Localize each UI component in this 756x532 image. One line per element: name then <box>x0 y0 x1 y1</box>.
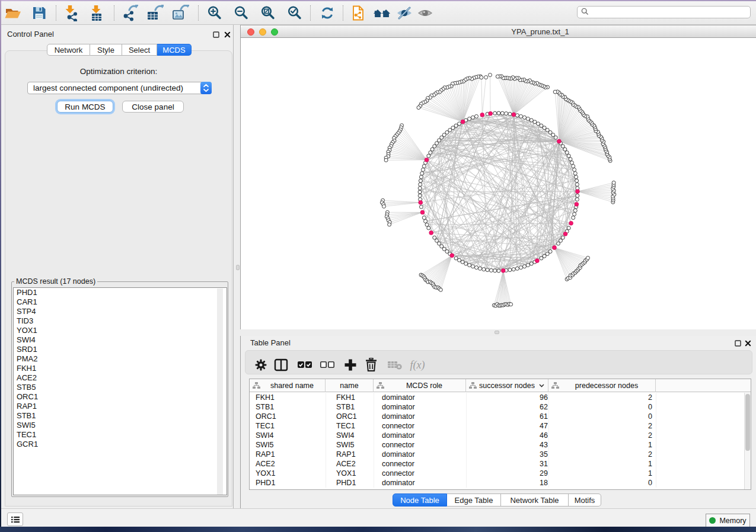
cell-successor_nodes: 96 <box>466 393 548 402</box>
mcds-result-node[interactable]: STB1 <box>14 411 227 421</box>
toolbar-separator <box>198 5 199 21</box>
attribute-type-icon <box>253 382 260 391</box>
table-row-STB1[interactable]: STB1STB1dominator620 <box>250 402 744 412</box>
mcds-result-node[interactable]: ACE2 <box>14 373 227 383</box>
column-header-shared-name[interactable]: shared name <box>250 379 326 392</box>
cell-shared_name: TEC1 <box>256 421 321 431</box>
zoom-out-icon[interactable] <box>232 5 250 21</box>
attribute-type-icon <box>469 382 477 391</box>
mcds-result-list[interactable]: PHD1CAR1STP4TID3YOX1SWI4SRD1PMA2FKH1ACE2… <box>13 287 227 495</box>
column-header-label: successor nodes <box>479 382 535 390</box>
close-panel-icon[interactable] <box>224 31 231 38</box>
export-table-icon[interactable] <box>146 5 164 21</box>
float-panel-icon[interactable] <box>213 31 220 38</box>
add-column-icon[interactable] <box>342 357 359 373</box>
cell-shared_name: ORC1 <box>256 412 321 421</box>
control-tab-network[interactable]: Network <box>47 44 90 56</box>
search-box[interactable] <box>577 6 751 18</box>
export-network-icon[interactable] <box>121 5 139 21</box>
share-document-icon[interactable] <box>349 5 367 21</box>
import-table-icon[interactable] <box>88 5 106 21</box>
mcds-result-node[interactable]: STB5 <box>14 383 227 392</box>
column-layout-icon[interactable] <box>273 357 289 373</box>
column-separator <box>548 393 549 488</box>
homes-icon[interactable] <box>373 5 391 21</box>
table-row-PHD1[interactable]: PHD1PHD1dominator180 <box>250 478 744 488</box>
mcds-result-node[interactable]: FKH1 <box>14 364 227 373</box>
table-tab-network-table[interactable]: Network Table <box>501 493 569 507</box>
network-canvas[interactable] <box>241 39 756 330</box>
table-tab-motifs[interactable]: Motifs <box>569 493 601 507</box>
export-image-icon[interactable] <box>171 5 189 21</box>
refresh-icon[interactable] <box>318 5 336 21</box>
mcds-result-node[interactable]: RAP1 <box>14 402 227 411</box>
zoom-fit-icon[interactable] <box>259 5 277 21</box>
function-builder-icon: f(x) <box>409 357 426 373</box>
mcds-result-node[interactable]: SWI5 <box>14 421 227 430</box>
table-row-ORC1[interactable]: ORC1ORC1dominator610 <box>250 412 744 421</box>
cell-shared_name: PHD1 <box>256 478 321 488</box>
mcds-result-node[interactable]: STP4 <box>14 307 227 316</box>
control-tab-select[interactable]: Select <box>122 44 157 56</box>
show-glyphs-icon[interactable] <box>416 5 434 21</box>
splitter-handle-icon[interactable] <box>495 331 499 334</box>
horizontal-splitter[interactable] <box>240 329 756 336</box>
mcds-result-node[interactable]: TID3 <box>14 316 227 326</box>
vertical-splitter-handle-icon[interactable] <box>236 265 240 270</box>
select-all-rows-icon[interactable] <box>296 357 313 373</box>
list-icon <box>11 516 20 523</box>
control-tab-mcds[interactable]: MCDS <box>157 44 192 56</box>
column-header-successor-nodes[interactable]: successor nodes <box>466 379 548 392</box>
open-file-icon[interactable] <box>4 5 22 21</box>
table-row-TEC1[interactable]: TEC1TEC1connector472 <box>250 421 744 431</box>
mcds-result-node[interactable]: PMA2 <box>14 354 227 364</box>
memory-button[interactable]: Memory <box>706 514 750 527</box>
table-float-panel-icon[interactable] <box>735 339 742 347</box>
close-panel-button[interactable]: Close panel <box>122 101 184 113</box>
mcds-result-node[interactable]: YOX1 <box>14 326 227 335</box>
zoom-in-icon[interactable] <box>206 5 224 21</box>
import-network-icon[interactable] <box>64 5 82 21</box>
delete-table-icon <box>387 357 403 373</box>
mcds-list-scrollbar[interactable] <box>217 289 223 495</box>
save-session-icon[interactable] <box>30 5 48 21</box>
table-tab-edge-table[interactable]: Edge Table <box>447 493 501 507</box>
settings-gear-icon[interactable] <box>253 357 269 373</box>
network-window-titlebar[interactable]: YPA_prune.txt_1 <box>241 25 756 38</box>
table-row-SWI4[interactable]: SWI4SWI4dominator462 <box>250 431 744 440</box>
table-close-panel-icon[interactable] <box>745 339 752 347</box>
mcds-result-node[interactable]: SWI4 <box>14 335 227 345</box>
cell-name: RAP1 <box>336 450 372 459</box>
column-header-predecessor-nodes[interactable]: predecessor nodes <box>548 379 656 392</box>
dropdown-stepper-icon <box>200 82 212 94</box>
cell-name: YOX1 <box>336 469 372 478</box>
table-scrollbar-thumb[interactable] <box>745 394 750 451</box>
mcds-result-node[interactable]: PHD1 <box>14 288 227 297</box>
mcds-result-node[interactable]: GCR1 <box>14 440 227 449</box>
criterion-dropdown[interactable]: largest connected component (undirected) <box>27 82 212 94</box>
control-tab-style[interactable]: Style <box>90 44 122 56</box>
table-row-SWI5[interactable]: SWI5SWI5connector431 <box>250 440 744 450</box>
mcds-result-node[interactable]: ORC1 <box>14 392 227 402</box>
zoom-selected-icon[interactable] <box>286 5 304 21</box>
panel-list-button[interactable] <box>7 512 23 526</box>
control-panel-title: Control Panel <box>7 30 54 39</box>
table-scrollbar[interactable] <box>744 393 751 489</box>
table-row-ACE2[interactable]: ACE2ACE2connector311 <box>250 459 744 469</box>
run-mcds-button[interactable]: Run MCDS <box>57 101 113 113</box>
column-header-MCDS-role[interactable]: MCDS role <box>374 379 466 392</box>
cell-name: SWI4 <box>336 431 372 440</box>
column-header-name[interactable]: name <box>326 379 374 392</box>
deselect-all-rows-icon[interactable] <box>319 357 336 373</box>
mcds-result-node[interactable]: TEC1 <box>14 430 227 440</box>
table-tab-node-table[interactable]: Node Table <box>393 493 447 507</box>
mcds-result-node[interactable]: SRD1 <box>14 345 227 354</box>
table-row-RAP1[interactable]: RAP1RAP1dominator352 <box>250 450 744 459</box>
hide-glyphs-icon[interactable] <box>395 5 413 21</box>
delete-column-icon[interactable] <box>363 357 379 373</box>
search-input[interactable] <box>592 8 750 17</box>
table-row-YOX1[interactable]: YOX1YOX1connector291 <box>250 469 744 478</box>
mcds-result-node[interactable]: CAR1 <box>14 297 227 307</box>
node-table-header: shared namenameMCDS rolesuccessor nodesp… <box>250 379 751 392</box>
table-row-FKH1[interactable]: FKH1FKH1dominator962 <box>250 393 744 402</box>
